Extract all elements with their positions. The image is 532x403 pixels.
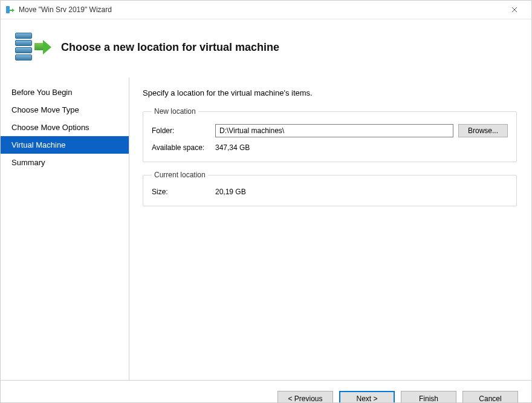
wizard-header: Choose a new location for virtual machin… <box>1 19 531 77</box>
available-space-value: 347,34 GB <box>215 143 250 152</box>
previous-button[interactable]: < Previous <box>277 391 333 404</box>
wizard-steps-sidebar: Before You Begin Choose Move Type Choose… <box>1 77 129 380</box>
new-location-group: New location Folder: Browse... Available… <box>143 107 517 162</box>
browse-button[interactable]: Browse... <box>458 124 508 137</box>
current-location-group: Current location Size: 20,19 GB <box>143 171 517 206</box>
app-icon <box>5 5 15 15</box>
page-title: Choose a new location for virtual machin… <box>61 41 279 54</box>
wizard-icon <box>15 30 49 64</box>
folder-label: Folder: <box>152 126 215 135</box>
finish-button[interactable]: Finish <box>401 391 456 404</box>
instruction-text: Specify a location for the virtual machi… <box>143 88 517 97</box>
cancel-button[interactable]: Cancel <box>462 391 518 404</box>
new-location-legend: New location <box>152 107 198 116</box>
close-button[interactable] <box>502 1 527 18</box>
titlebar: Move "Win Srv 2019" Wizard <box>1 1 531 19</box>
size-label: Size: <box>152 188 215 196</box>
sidebar-item-before-you-begin[interactable]: Before You Begin <box>1 84 129 101</box>
size-value: 20,19 GB <box>215 188 246 196</box>
folder-input[interactable] <box>215 124 453 137</box>
next-button[interactable]: Next > <box>339 391 395 404</box>
wizard-content: Specify a location for the virtual machi… <box>129 77 531 380</box>
window-title: Move "Win Srv 2019" Wizard <box>19 5 502 14</box>
sidebar-item-choose-move-options[interactable]: Choose Move Options <box>1 119 129 136</box>
sidebar-item-summary[interactable]: Summary <box>1 154 129 171</box>
available-space-label: Available space: <box>152 143 215 152</box>
wizard-footer: < Previous Next > Finish Cancel <box>1 380 531 403</box>
current-location-legend: Current location <box>152 171 208 179</box>
sidebar-item-choose-move-type[interactable]: Choose Move Type <box>1 101 129 119</box>
sidebar-item-virtual-machine[interactable]: Virtual Machine <box>1 136 129 154</box>
svg-rect-0 <box>6 6 10 13</box>
